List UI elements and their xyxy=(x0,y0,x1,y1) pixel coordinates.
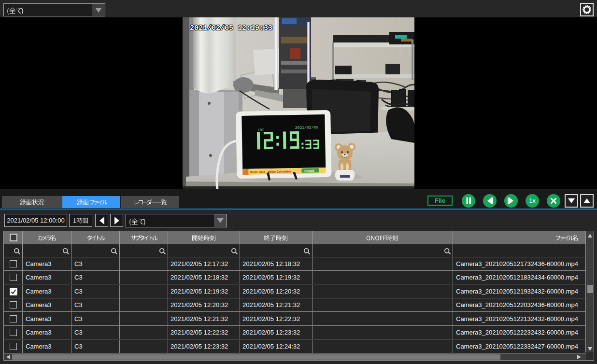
svg-text:2021/02/05 12:19:33: 2021/02/05 12:19:33 xyxy=(190,24,272,32)
svg-text:Install: Install xyxy=(304,169,314,172)
svg-text:2021/02/05: 2021/02/05 xyxy=(295,125,318,130)
svg-text:FRI: FRI xyxy=(258,128,264,132)
